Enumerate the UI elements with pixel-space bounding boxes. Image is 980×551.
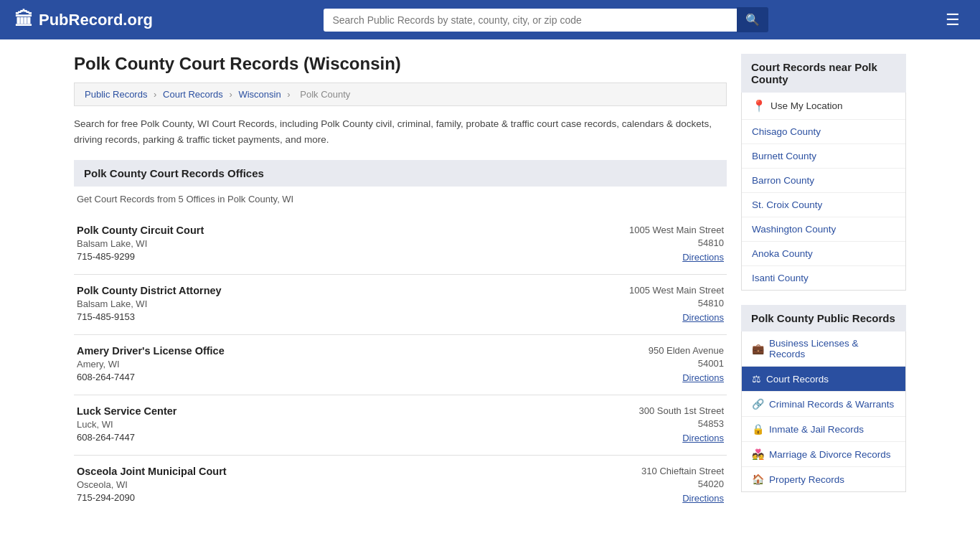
office-address: 310 Chieftain Street 54020 Directions [641, 466, 724, 504]
office-city: Amery, WI [77, 359, 225, 369]
offices-list: Polk County Circuit Court Balsam Lake, W… [74, 215, 727, 515]
office-city: Balsam Lake, WI [77, 238, 204, 249]
office-street: 1005 West Main Street [629, 285, 724, 296]
office-name: Luck Service Center [77, 405, 176, 417]
office-street: 310 Chieftain Street [641, 466, 724, 476]
directions-link[interactable]: Directions [639, 433, 724, 443]
office-info: Osceola Joint Municipal Court Osceola, W… [77, 466, 227, 505]
record-type-label: Criminal Records & Warrants [769, 399, 894, 410]
nearby-county-link[interactable]: Burnett County [742, 144, 905, 168]
breadcrumb-sep-1: › [154, 89, 156, 100]
record-type-icon: 💼 [752, 343, 764, 354]
public-records-item[interactable]: 🏠 Property Records [742, 467, 905, 491]
public-records-link[interactable]: 💼 Business Licenses & Records [742, 331, 905, 366]
record-type-label: Inmate & Jail Records [769, 424, 864, 435]
office-zip: 54810 [629, 237, 724, 248]
main-content: Polk County Court Records (Wisconsin) Pu… [74, 54, 727, 515]
record-type-icon: 🔗 [752, 398, 764, 410]
use-location-link[interactable]: 📍 Use My Location [742, 93, 905, 119]
sidebar: Court Records near Polk County 📍 Use My … [741, 54, 906, 515]
office-street: 300 South 1st Street [639, 405, 724, 416]
site-logo[interactable]: 🏛 PubRecord.org [14, 9, 153, 31]
offices-intro: Get Court Records from 5 Offices in Polk… [74, 194, 727, 204]
public-records-link[interactable]: 🔗 Criminal Records & Warrants [742, 392, 905, 416]
office-info: Amery Driver's License Office Amery, WI … [77, 345, 225, 385]
nearby-county-item[interactable]: Chisago County [742, 120, 905, 144]
nearby-county-link[interactable]: St. Croix County [742, 193, 905, 217]
office-zip: 54810 [629, 298, 724, 309]
nearby-county-link[interactable]: Barron County [742, 169, 905, 192]
office-name: Polk County District Attorney [77, 285, 222, 296]
record-type-label: Court Records [766, 374, 829, 385]
breadcrumb-wisconsin[interactable]: Wisconsin [238, 89, 281, 100]
office-phone: 608-264-7447 [77, 372, 225, 382]
office-street: 1005 West Main Street [629, 225, 724, 235]
page-title: Polk County Court Records (Wisconsin) [74, 54, 727, 74]
record-type-icon: 🏠 [752, 474, 764, 485]
breadcrumb: Public Records › Court Records › Wiscons… [74, 83, 727, 106]
office-zip: 54001 [649, 358, 724, 369]
nearby-county-link[interactable]: Chisago County [742, 120, 905, 143]
office-address: 1005 West Main Street 54810 Directions [629, 225, 724, 263]
office-city: Luck, WI [77, 419, 176, 430]
public-records-link[interactable]: ⚖ Court Records [742, 367, 905, 391]
use-location-label: Use My Location [771, 100, 843, 111]
office-city: Balsam Lake, WI [77, 298, 222, 309]
office-city: Osceola, WI [77, 479, 227, 490]
menu-button[interactable]: ☰ [940, 8, 966, 32]
nearby-county-link[interactable]: Anoka County [742, 242, 905, 265]
nearby-county-item[interactable]: Isanti County [742, 266, 905, 290]
directions-link[interactable]: Directions [629, 252, 724, 263]
nearby-county-item[interactable]: Washington County [742, 217, 905, 242]
nearby-section-title: Court Records near Polk County [741, 54, 906, 93]
search-icon: 🔍 [745, 14, 760, 26]
public-records-item[interactable]: 💑 Marriage & Divorce Records [742, 442, 905, 467]
nearby-county-item[interactable]: Burnett County [742, 144, 905, 169]
public-records-link[interactable]: 💑 Marriage & Divorce Records [742, 442, 905, 466]
search-input[interactable] [324, 9, 737, 32]
office-address: 1005 West Main Street 54810 Directions [629, 285, 724, 323]
public-records-item[interactable]: ⚖ Court Records [742, 367, 905, 392]
search-bar: 🔍 [324, 7, 768, 32]
public-records-list: 💼 Business Licenses & Records ⚖ Court Re… [741, 331, 906, 492]
office-name: Polk County Circuit Court [77, 225, 204, 236]
directions-link[interactable]: Directions [641, 493, 724, 504]
office-phone: 715-485-9299 [77, 251, 204, 262]
page-container: Polk County Court Records (Wisconsin) Pu… [60, 39, 920, 529]
public-records-item[interactable]: 🔗 Criminal Records & Warrants [742, 392, 905, 417]
office-info: Luck Service Center Luck, WI 608-264-744… [77, 405, 176, 445]
offices-section-header: Polk County Court Records Offices [74, 160, 727, 187]
office-phone: 715-485-9153 [77, 311, 222, 322]
record-type-icon: 🔒 [752, 423, 764, 435]
page-description: Search for free Polk County, WI Court Re… [74, 116, 727, 147]
office-address: 950 Elden Avenue 54001 Directions [649, 345, 724, 383]
breadcrumb-polk-county: Polk County [300, 89, 350, 100]
nearby-county-item[interactable]: Anoka County [742, 242, 905, 266]
search-button[interactable]: 🔍 [737, 7, 768, 32]
public-records-item[interactable]: 💼 Business Licenses & Records [742, 331, 905, 367]
nearby-county-item[interactable]: Barron County [742, 169, 905, 193]
use-location-item[interactable]: 📍 Use My Location [742, 93, 905, 120]
logo-icon: 🏛 [14, 9, 33, 31]
directions-link[interactable]: Directions [649, 372, 724, 383]
directions-link[interactable]: Directions [629, 312, 724, 323]
nearby-county-link[interactable]: Washington County [742, 217, 905, 241]
hamburger-icon: ☰ [946, 11, 960, 29]
breadcrumb-sep-2: › [229, 89, 232, 100]
public-records-link[interactable]: 🏠 Property Records [742, 467, 905, 491]
nearby-county-item[interactable]: St. Croix County [742, 193, 905, 217]
office-card: Amery Driver's License Office Amery, WI … [74, 335, 727, 395]
office-zip: 54853 [639, 418, 724, 429]
public-records-item[interactable]: 🔒 Inmate & Jail Records [742, 417, 905, 442]
nearby-county-link[interactable]: Isanti County [742, 266, 905, 290]
public-records-link[interactable]: 🔒 Inmate & Jail Records [742, 417, 905, 441]
office-info: Polk County Circuit Court Balsam Lake, W… [77, 225, 204, 264]
public-records-section-title: Polk County Public Records [741, 305, 906, 331]
record-type-label: Marriage & Divorce Records [769, 449, 891, 460]
site-header: 🏛 PubRecord.org 🔍 ☰ [0, 0, 980, 39]
breadcrumb-court-records[interactable]: Court Records [163, 89, 223, 100]
breadcrumb-public-records[interactable]: Public Records [85, 89, 147, 100]
record-type-icon: 💑 [752, 448, 764, 460]
record-type-label: Business Licenses & Records [769, 338, 895, 359]
office-phone: 715-294-2090 [77, 492, 227, 503]
